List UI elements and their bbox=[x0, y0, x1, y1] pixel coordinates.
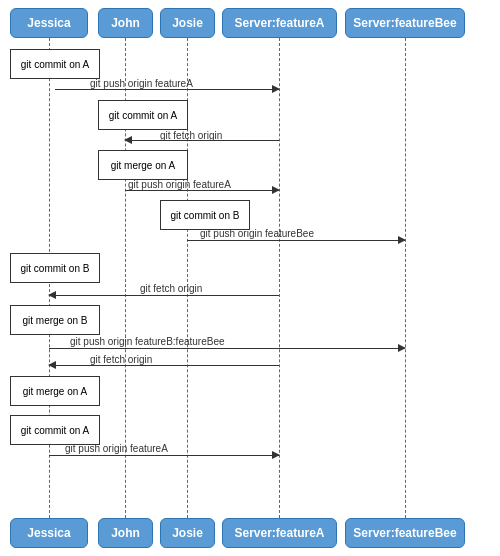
lifeline-serverbee bbox=[405, 38, 406, 518]
participant-servera-top: Server:featureA bbox=[222, 8, 337, 38]
msg-box-3: git commit on A bbox=[98, 100, 188, 130]
label-push-3: git push origin featureBee bbox=[200, 228, 314, 239]
msg-box-9: git commit on B bbox=[10, 253, 100, 283]
msg-box-15: git commit on A bbox=[10, 415, 100, 445]
label-push-2: git push origin featureA bbox=[128, 179, 231, 190]
msg-box-7: git commit on B bbox=[160, 200, 250, 230]
sequence-diagram: Jessica John Josie Server:featureA Serve… bbox=[0, 0, 500, 556]
participant-josie-bottom: Josie bbox=[160, 518, 215, 548]
participant-serverbee-bottom: Server:featureBee bbox=[345, 518, 465, 548]
label-fetch-2: git fetch origin bbox=[140, 283, 202, 294]
msg-box-14: git merge on A bbox=[10, 376, 100, 406]
lifeline-servera bbox=[279, 38, 280, 518]
arrow-push-3 bbox=[187, 240, 405, 241]
label-fetch-1: git fetch origin bbox=[160, 130, 222, 141]
arrow-fetch-2 bbox=[49, 295, 279, 296]
label-fetch-3: git fetch origin bbox=[90, 354, 152, 365]
arrow-push-5 bbox=[49, 455, 279, 456]
label-push-1: git push origin featureA bbox=[90, 78, 193, 89]
participant-john-bottom: John bbox=[98, 518, 153, 548]
arrow-push-4 bbox=[49, 348, 405, 349]
label-push-5: git push origin featureA bbox=[65, 443, 168, 454]
label-push-4: git push origin featureB:featureBee bbox=[70, 336, 225, 347]
participant-jessica-top: Jessica bbox=[10, 8, 88, 38]
msg-box-1: git commit on A bbox=[10, 49, 100, 79]
arrow-fetch-3 bbox=[49, 365, 279, 366]
participant-jessica-bottom: Jessica bbox=[10, 518, 88, 548]
participant-servera-bottom: Server:featureA bbox=[222, 518, 337, 548]
arrow-push-1 bbox=[55, 89, 279, 90]
msg-box-11: git merge on B bbox=[10, 305, 100, 335]
msg-box-5: git merge on A bbox=[98, 150, 188, 180]
arrow-push-2 bbox=[125, 190, 279, 191]
participant-john-top: John bbox=[98, 8, 153, 38]
participant-serverbee-top: Server:featureBee bbox=[345, 8, 465, 38]
participant-josie-top: Josie bbox=[160, 8, 215, 38]
